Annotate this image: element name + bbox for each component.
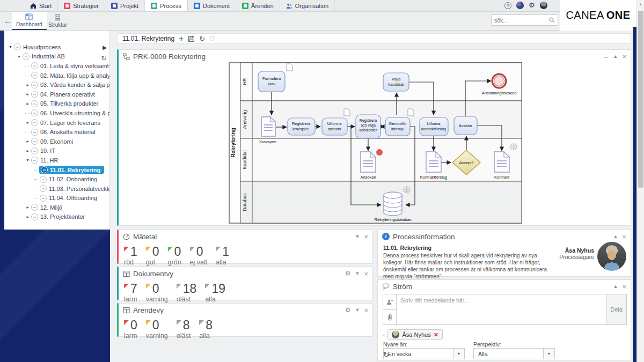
mention-user-button[interactable]	[383, 294, 396, 310]
arendevy-stat-varning[interactable]: 0varning	[146, 319, 168, 339]
nav-tab-arenden[interactable]: Ärenden	[236, 0, 280, 11]
tree-item[interactable]: ▸04. Planera operativt	[4, 90, 109, 99]
scrollbar-thumb[interactable]	[638, 11, 643, 188]
tree-item[interactable]: 11.01. Rekrytering	[4, 165, 109, 175]
theme-icon[interactable]	[516, 2, 524, 9]
collapse-icon[interactable]: ▲	[613, 54, 618, 59]
close-icon[interactable]: ×	[622, 53, 626, 61]
open-in-new-icon[interactable]: →	[603, 53, 609, 60]
scroll-up-icon[interactable]: ▲	[639, 2, 642, 6]
tree-item[interactable]: ▾11. HR	[4, 156, 109, 165]
tree-refresh-icon[interactable]: ↻	[101, 54, 107, 62]
collapse-icon[interactable]: ▲	[613, 284, 618, 289]
close-icon[interactable]: ×	[622, 283, 626, 291]
save-icon[interactable]	[188, 35, 195, 42]
settings-gear-icon[interactable]: ⚙	[529, 2, 535, 9]
matetal-stat-grön[interactable]: 0grön	[168, 245, 181, 266]
tree-item[interactable]: ▸03. Vårda kunder & sälja produkter	[4, 80, 109, 90]
nav-tab-process[interactable]: Process	[145, 0, 188, 11]
tree-toggle-icon[interactable]: ▸	[25, 92, 31, 97]
tree-toggle-icon[interactable]: ▸	[25, 83, 31, 87]
tree-item[interactable]: ▸10. IT	[4, 146, 109, 156]
newer-than-select[interactable]: En vecka ▼	[383, 348, 465, 359]
tree-item[interactable]: ▾Huvudprocess	[4, 42, 109, 52]
panel-gear-icon[interactable]: ⚙	[345, 270, 351, 277]
tree-toggle-icon[interactable]: ▸	[25, 101, 31, 106]
collapse-icon[interactable]: ▼	[355, 271, 360, 276]
back-icon[interactable]: ←	[4, 16, 12, 25]
close-icon[interactable]: ×	[364, 306, 368, 314]
collapse-icon[interactable]: ▼	[355, 234, 360, 239]
tree-item[interactable]: 11.04. Offboarding	[4, 194, 109, 203]
tree-item[interactable]: ▸05. Tillverka produkter	[4, 99, 109, 109]
close-icon[interactable]: ×	[364, 233, 368, 241]
favorite-heart-icon[interactable]: ♡	[209, 35, 216, 43]
matetal-stat-röd[interactable]: 1röd	[124, 245, 137, 266]
tree-item[interactable]: ▸12. Miljö	[4, 203, 109, 212]
task-utforma-kontraktforslag[interactable]: Utforma kontraktförslag	[420, 117, 448, 136]
tree-item[interactable]: 08. Anskaffa material	[4, 127, 109, 137]
window-scrollbar[interactable]: ▲	[636, 0, 644, 362]
add-icon[interactable]: +	[179, 35, 184, 42]
task-avsluta[interactable]: Avsluta	[454, 116, 477, 135]
tree-item[interactable]: ▾Industrial AB	[4, 52, 109, 62]
doc-kravspec[interactable]: Kravspec.	[259, 117, 277, 144]
tree-item[interactable]: ▸07. Lager och leverans	[4, 118, 109, 128]
arendevy-stat-larm[interactable]: 0larm	[124, 319, 137, 339]
panel-gear-icon[interactable]: ⚙	[345, 306, 351, 314]
doc-kontrakt[interactable]: Kontrakt	[494, 152, 510, 180]
tree-item[interactable]: 01. Leda & styra verksamheten	[4, 61, 109, 71]
nav-tab-dokument[interactable]: Dokument	[188, 0, 236, 11]
tree-item[interactable]: 06. Utveckla utrustning & processer	[4, 108, 109, 118]
tree-item[interactable]: 11.02. Onboarding	[4, 174, 109, 184]
tree-item-selected[interactable]: 11.01. Rekrytering	[39, 166, 104, 174]
matetal-stat-alla[interactable]: 1alla	[216, 245, 229, 266]
nav-tab-strategier[interactable]: Strategier	[58, 0, 105, 11]
arendevy-stat-alla[interactable]: 8alla	[199, 319, 213, 339]
tab-dashboard[interactable]: Dashboard	[12, 12, 47, 30]
tree-item[interactable]: 02. Mäta, följa upp & analysera	[4, 71, 109, 80]
tree-toggle-icon[interactable]: ▾	[8, 45, 13, 49]
tree-expand-icon[interactable]: ▶	[103, 45, 107, 50]
tree-item[interactable]: ▸09. Ekonomi	[4, 137, 109, 146]
collapse-icon[interactable]: ▼	[355, 307, 360, 313]
tree-toggle-icon[interactable]: ▾	[25, 158, 31, 162]
matetal-stat-ej-valt[interactable]: 0ej valt	[190, 245, 208, 266]
chip-remove-icon[interactable]: ✕	[434, 331, 438, 338]
user-avatar-icon[interactable]	[540, 2, 547, 9]
search-input[interactable]	[494, 17, 549, 24]
share-button[interactable]: Dela	[606, 294, 626, 324]
nav-tab-start[interactable]: Start	[24, 0, 58, 11]
recipient-chip[interactable]: Åsa Nyhus ✕	[387, 329, 442, 340]
task-registrera-kravspec[interactable]: Registrera kravspec.	[288, 118, 315, 135]
perspective-select[interactable]: Alla ▼	[473, 348, 555, 359]
task-utforma-annons[interactable]: Utforma annons	[322, 118, 347, 135]
dokumentvy-stat-alla[interactable]: 19alla	[205, 282, 225, 303]
dokumentvy-stat-oläst[interactable]: 18oläst	[177, 282, 197, 303]
tree-toggle-icon[interactable]: ▸	[25, 139, 31, 144]
help-icon[interactable]: ?	[504, 2, 511, 9]
tree-toggle-icon[interactable]: ▸	[25, 205, 31, 210]
task-registrera-och-valja-kandidater[interactable]: Registrera och välja kandidater	[356, 115, 380, 138]
refresh-icon[interactable]: ↻	[199, 35, 205, 43]
nav-tab-projekt[interactable]: Projekt	[105, 0, 145, 11]
nav-tab-organisation[interactable]: Organisation	[280, 0, 335, 11]
owner-avatar[interactable]	[597, 242, 626, 271]
task-formulera-krav[interactable]: Formulera krav	[258, 71, 285, 92]
tree-item[interactable]: ▸13. Projektkontor	[4, 212, 109, 222]
matetal-stat-gul[interactable]: 0gul	[146, 245, 159, 266]
arendevy-stat-oläst[interactable]: 8oläst	[177, 319, 191, 339]
stream-refresh-icon[interactable]: ↻	[383, 351, 389, 359]
task-valja-kandidat[interactable]: Välja kandidat	[383, 73, 409, 91]
search-icon[interactable]	[549, 17, 555, 23]
tree-item[interactable]: 11.03. Personalutveckling	[4, 184, 109, 194]
close-icon[interactable]: ×	[622, 233, 626, 241]
tree-toggle-icon[interactable]: ▾	[16, 54, 22, 59]
collapse-icon[interactable]: ▲	[613, 234, 618, 239]
message-input[interactable]	[397, 294, 606, 324]
dokumentvy-stat-varning[interactable]: 0varning	[146, 282, 168, 303]
tree-toggle-icon[interactable]: ▸	[25, 149, 31, 153]
tree-toggle-icon[interactable]: ▸	[25, 215, 31, 219]
tab-struktur[interactable]: Struktur	[44, 12, 71, 30]
tree-toggle-icon[interactable]: ▸	[25, 120, 31, 125]
